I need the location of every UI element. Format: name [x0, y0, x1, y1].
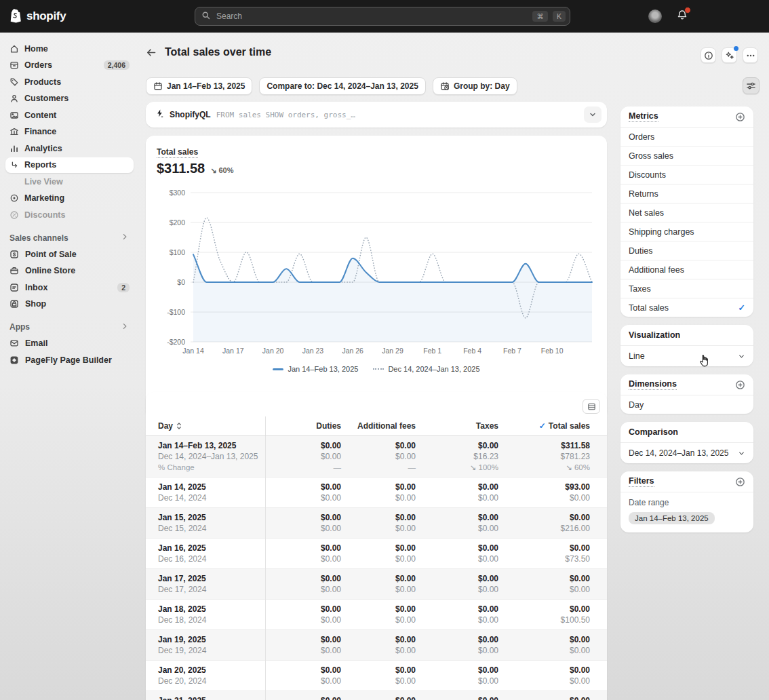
metric-option-label: Additional fees [629, 265, 684, 275]
sidebar-item-label: Products [24, 77, 61, 87]
svg-text:$200: $200 [170, 218, 186, 227]
metric-option-label: Total sales [629, 303, 669, 313]
add-filter-button[interactable] [735, 477, 745, 487]
legend-label: Jan 14–Feb 13, 2025 [288, 365, 358, 373]
legend-item-comparison: Dec 14, 2024–Jan 13, 2025 [373, 365, 479, 373]
store-avatar[interactable] [648, 9, 662, 23]
shopifyql-bar[interactable]: ShopifyQL FROM sales SHOW orders, gross_… [146, 102, 607, 128]
metric-option-taxes[interactable]: Taxes [620, 279, 753, 298]
table-view-button[interactable] [583, 399, 600, 414]
legend-item-current: Jan 14–Feb 13, 2025 [273, 365, 358, 373]
metric-option-net-sales[interactable]: Net sales [620, 203, 753, 222]
sidebar-item-inbox[interactable]: Inbox2 [5, 279, 134, 295]
sidebar-item-content[interactable]: Content [5, 107, 134, 123]
sidebar-item-analytics[interactable]: Analytics [5, 140, 134, 156]
sidebar-item-reports[interactable]: Reports [5, 157, 134, 173]
add-metric-button[interactable] [735, 112, 745, 122]
metric-option-additional-fees[interactable]: Additional fees [620, 260, 753, 279]
metric-option-duties[interactable]: Duties [620, 241, 753, 260]
insights-button[interactable] [722, 47, 737, 63]
search-input[interactable] [215, 11, 528, 22]
sidebar-item-point-of-sale[interactable]: Point of Sale [5, 246, 134, 262]
sidebar-item-label: Analytics [24, 144, 62, 153]
sidebar-item-shop[interactable]: Shop [5, 296, 134, 312]
add-dimension-button[interactable] [735, 380, 745, 390]
sales-line-chart[interactable]: $300$200$100$0-$100-$200Jan 14Jan 17Jan … [157, 183, 596, 361]
notifications-bell-icon[interactable] [677, 9, 688, 23]
sidebar-item-online-store[interactable]: Online Store [5, 263, 134, 279]
sidebar-item-label: Content [24, 111, 56, 120]
marketing-icon [9, 193, 19, 203]
filter-pill-jan-14-feb-13-2025[interactable]: Jan 14–Feb 13, 2025 [146, 77, 252, 95]
sidebar-item-label: Finance [24, 127, 56, 136]
products-icon [9, 77, 19, 87]
notification-badge [684, 7, 691, 14]
sidebar-item-discounts[interactable]: Discounts [5, 207, 134, 222]
email-icon [9, 338, 20, 349]
metric-option-label: Net sales [629, 208, 664, 218]
column-header-additional-fees[interactable]: Additional fees [349, 416, 424, 435]
date-range-chip[interactable]: Jan 14–Feb 13, 2025 [629, 512, 715, 524]
panel-toggle-button[interactable] [743, 77, 760, 94]
more-actions-button[interactable] [743, 47, 758, 63]
sort-icon [176, 422, 182, 430]
point-of-sale-icon [9, 249, 20, 260]
column-header-total-sales[interactable]: ✓Total sales [507, 416, 607, 435]
lightning-icon [155, 109, 164, 121]
visualization-value: Line [629, 351, 645, 361]
sidebar-nav: HomeOrders2,406ProductsCustomersContentF… [0, 33, 139, 700]
metric-option-gross-sales[interactable]: Gross sales [620, 146, 753, 165]
pill-label: Compare to: Dec 14, 2024–Jan 13, 2025 [267, 81, 418, 91]
table-row-jan-14-2025: Jan 14, 2025Dec 14, 2024$0.00$0.00$0.00$… [146, 477, 607, 507]
sidebar-item-marketing[interactable]: Marketing [5, 191, 134, 206]
comparison-select[interactable]: Dec 14, 2024–Jan 13, 2025 [620, 442, 753, 463]
discounts-icon [9, 210, 19, 220]
column-header-duties[interactable]: Duties [265, 416, 349, 435]
info-button[interactable] [701, 47, 716, 63]
sidebar-item-finance[interactable]: Finance [5, 124, 134, 140]
dimension-option-day[interactable]: Day [620, 395, 753, 414]
metric-option-shipping-charges[interactable]: Shipping charges [620, 222, 753, 241]
main-content: Total sales over time Jan 14–Feb 13, 202… [139, 33, 769, 700]
chart-card: Total sales $311.58 ↘ 60% $300$200$100$0… [146, 136, 607, 419]
filters-title: Filters [629, 476, 654, 487]
sidebar-item-live-view[interactable]: Live View [5, 174, 134, 189]
sidebar-section-apps[interactable]: Apps [9, 322, 130, 333]
shopify-logo[interactable]: shopify [0, 7, 66, 26]
column-header-day[interactable]: Day [146, 416, 265, 435]
sidebar-item-home[interactable]: Home [5, 41, 134, 56]
table-row-jan-19-2025: Jan 19, 2025Dec 19, 2024$0.00$0.00$0.00$… [146, 629, 607, 660]
metrics-card: Metrics OrdersGross salesDiscountsReturn… [620, 106, 753, 317]
sidebar-item-email[interactable]: Email [5, 336, 134, 351]
table-row-jan-16-2025: Jan 16, 2025Dec 16, 2024$0.00$0.00$0.00$… [146, 538, 607, 568]
chevron-down-icon [738, 450, 745, 457]
svg-text:Feb 7: Feb 7 [503, 347, 521, 355]
table-row-jan-17-2025: Jan 17, 2025Dec 17, 2024$0.00$0.00$0.00$… [146, 568, 607, 599]
query-expand-button[interactable] [584, 106, 602, 123]
filter-pill-compare-to[interactable]: Compare to: Dec 14, 2024–Jan 13, 2025 [259, 77, 425, 95]
subitem-arrow-icon [9, 160, 19, 170]
sidebar-item-customers[interactable]: Customers [5, 91, 134, 106]
back-button[interactable] [146, 47, 157, 58]
sidebar-item-pagefly-page-builder[interactable]: PageFly Page Builder [5, 352, 134, 368]
table-header-row: DayDutiesAdditional feesTaxes✓Total sale… [146, 416, 607, 435]
column-header-taxes[interactable]: Taxes [424, 416, 507, 435]
sidebar-section-sales-channels[interactable]: Sales channels [9, 232, 130, 244]
visualization-select[interactable]: Line [620, 345, 753, 366]
global-search[interactable]: ⌘ K [195, 7, 570, 26]
metric-delta: ↘ 60% [210, 166, 233, 175]
chevron-down-icon [738, 353, 745, 360]
metric-option-total-sales[interactable]: Total sales✓ [620, 298, 753, 317]
check-icon: ✓ [539, 421, 546, 431]
blank-icon [9, 176, 19, 187]
metric-option-discounts[interactable]: Discounts [620, 165, 753, 184]
sidebar-item-label: Reports [24, 160, 56, 170]
filter-pill-group-by[interactable]: Group by: Day [433, 77, 517, 95]
svg-text:Feb 1: Feb 1 [423, 347, 441, 355]
svg-text:Feb 10: Feb 10 [541, 347, 564, 355]
metric-option-orders[interactable]: Orders [620, 127, 753, 146]
sidebar-item-products[interactable]: Products [5, 74, 134, 90]
sidebar-item-orders[interactable]: Orders2,406 [5, 58, 134, 73]
dimensions-card: Dimensions Day [620, 374, 753, 414]
metric-option-returns[interactable]: Returns [620, 184, 753, 203]
